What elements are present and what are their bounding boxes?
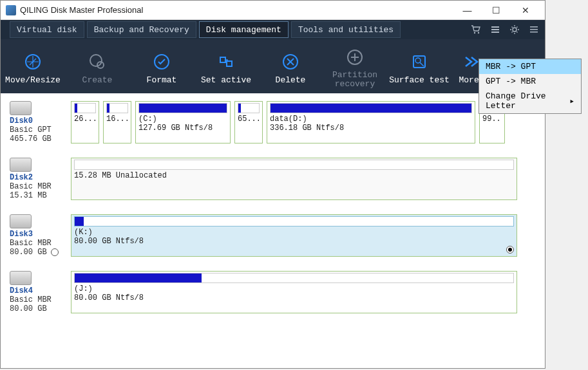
dropdown-item-gpt-mbr[interactable]: GPT -> MBR — [479, 74, 581, 89]
partition-usage-bar — [270, 103, 472, 113]
svg-rect-8 — [530, 32, 538, 33]
disk-name: Disk3 — [10, 230, 71, 239]
list-icon[interactable] — [487, 21, 504, 38]
disk-radio[interactable] — [51, 248, 59, 256]
dropdown-item-change-drive-letter[interactable]: Change Drive Letter▸ — [479, 89, 581, 113]
tool-delete[interactable]: Delete — [258, 48, 323, 85]
close-button[interactable]: ✕ — [511, 1, 540, 19]
disk-size: 465.76 GB — [10, 134, 52, 143]
tool-surface-test-icon — [410, 52, 429, 71]
disk-type: Basic MBR — [10, 182, 71, 191]
tool-surface-test[interactable]: Surface test — [387, 48, 451, 85]
disk-header[interactable]: Disk4Basic MBR80.00 GB — [10, 271, 71, 313]
partition-container: 15.28 MB Unallocated — [71, 158, 536, 200]
tool-move-resize[interactable]: Move/Resize — [1, 48, 65, 85]
partition-label: (J:) — [74, 284, 514, 293]
svg-point-18 — [415, 58, 421, 63]
dropdown-item-mbr-gpt[interactable]: MBR -> GPT — [479, 59, 581, 74]
tool-create: Create — [65, 48, 129, 85]
partition[interactable]: (C:)127.69 GB Ntfs/8 — [135, 101, 231, 143]
chevron-right-icon: ▸ — [569, 96, 574, 106]
partition-info: 26... — [74, 115, 96, 124]
svg-point-0 — [474, 32, 475, 33]
partition[interactable]: (K:)80.00 GB Ntfs/8 — [71, 214, 517, 257]
partition-radio[interactable] — [506, 246, 514, 254]
partition-usage-bar — [74, 273, 514, 283]
partition-info: 15.28 MB Unallocated — [74, 171, 514, 180]
partition-usage-bar — [74, 160, 514, 170]
tool-label: Format — [129, 75, 194, 85]
tool-label: Create — [65, 75, 129, 85]
disk-name: Disk0 — [10, 116, 71, 125]
svg-point-5 — [513, 28, 517, 32]
partition[interactable]: data(D:)336.18 GB Ntfs/8 — [267, 101, 475, 143]
partition-info: 336.18 GB Ntfs/8 — [270, 124, 472, 133]
disk-list: Disk0Basic GPT465.76 GB26...16...(C:)127… — [1, 93, 545, 368]
partition-info: 80.00 GB Ntfs/8 — [74, 237, 514, 246]
disk-header[interactable]: Disk0Basic GPT465.76 GB — [10, 101, 71, 143]
disk-size: 15.31 MB — [10, 191, 47, 200]
svg-rect-6 — [530, 26, 538, 28]
tool-label: Partitionrecovery — [323, 71, 387, 89]
tool-label: Delete — [258, 75, 323, 85]
disk-header[interactable]: Disk2Basic MBR15.31 MB — [10, 158, 71, 200]
partition-usage-bar — [106, 103, 128, 113]
tool-format-icon — [152, 52, 171, 71]
tool-set-active[interactable]: Set active — [194, 48, 258, 85]
hamburger-icon[interactable] — [526, 21, 542, 38]
partition-container: (K:)80.00 GB Ntfs/8 — [71, 214, 536, 257]
disk-icon — [10, 271, 32, 285]
disk-type: Basic MBR — [10, 239, 71, 248]
tool-label: Move/Resize — [1, 75, 65, 85]
partition[interactable]: (J:)80.00 GB Ntfs/8 — [71, 271, 517, 313]
disk-row-disk3: Disk3Basic MBR80.00 GB(K:)80.00 GB Ntfs/… — [10, 214, 536, 257]
svg-rect-13 — [220, 57, 225, 62]
disk-type: Basic MBR — [10, 295, 71, 304]
gear-icon[interactable] — [506, 21, 523, 38]
svg-rect-3 — [491, 29, 499, 30]
partition-info: 127.69 GB Ntfs/8 — [138, 124, 227, 133]
menu-tab-virtual-disk[interactable]: Virtual disk — [10, 21, 84, 38]
svg-rect-14 — [227, 61, 232, 66]
svg-rect-7 — [530, 29, 538, 30]
tool-format[interactable]: Format — [129, 48, 194, 85]
tool-partition-recovery-icon — [345, 48, 365, 67]
more-dropdown: MBR -> GPTGPT -> MBRChange Drive Letter▸ — [479, 59, 582, 114]
menu-tab-disk-management[interactable]: Disk management — [199, 21, 289, 38]
disk-size: 80.00 GB — [10, 304, 47, 313]
toolbar: Move/ResizeCreateFormatSet activeDeleteP… — [1, 39, 545, 93]
partition[interactable]: 65... — [234, 101, 263, 143]
partition-label: (K:) — [74, 228, 514, 237]
partition-info: 65... — [238, 115, 260, 124]
dropdown-item-label: Change Drive Letter — [486, 91, 569, 111]
partition-info: 80.00 GB Ntfs/8 — [74, 293, 514, 302]
tool-label: Set active — [194, 75, 258, 85]
partition-info: 99... — [482, 115, 502, 124]
app-window: QILING Disk Master Professional — ☐ ✕ Vi… — [0, 0, 545, 369]
disk-icon — [10, 158, 32, 172]
partition[interactable]: 15.28 MB Unallocated — [71, 158, 517, 200]
disk-header[interactable]: Disk3Basic MBR80.00 GB — [10, 214, 71, 257]
disk-icon — [10, 101, 32, 115]
cart-icon[interactable] — [468, 21, 484, 38]
disk-icon — [10, 214, 32, 228]
window-title: QILING Disk Master Professional — [20, 5, 453, 15]
partition[interactable]: 26... — [71, 101, 99, 143]
svg-point-10 — [90, 55, 102, 66]
disk-name: Disk4 — [10, 286, 71, 295]
minimize-button[interactable]: — — [453, 1, 482, 19]
partition[interactable]: 16... — [103, 101, 131, 143]
dropdown-item-label: MBR -> GPT — [486, 62, 536, 71]
menubar: Virtual diskBackup and RecoveryDisk mana… — [1, 20, 545, 39]
partition-usage-bar — [138, 103, 227, 113]
tool-delete-icon — [281, 52, 300, 71]
partition-container: 26...16...(C:)127.69 GB Ntfs/865...data(… — [71, 101, 536, 143]
disk-row-disk4: Disk4Basic MBR80.00 GB(J:)80.00 GB Ntfs/… — [10, 271, 536, 313]
disk-row-disk2: Disk2Basic MBR15.31 MB15.28 MB Unallocat… — [10, 158, 536, 200]
maximize-button[interactable]: ☐ — [482, 1, 511, 19]
menu-tab-tools-and-utilities[interactable]: Tools and utilities — [291, 21, 401, 38]
disk-size: 80.00 GB — [10, 248, 47, 257]
partition-label: data(D:) — [270, 115, 472, 124]
tool-set-active-icon — [216, 52, 236, 71]
menu-tab-backup-and-recovery[interactable]: Backup and Recovery — [87, 21, 196, 38]
